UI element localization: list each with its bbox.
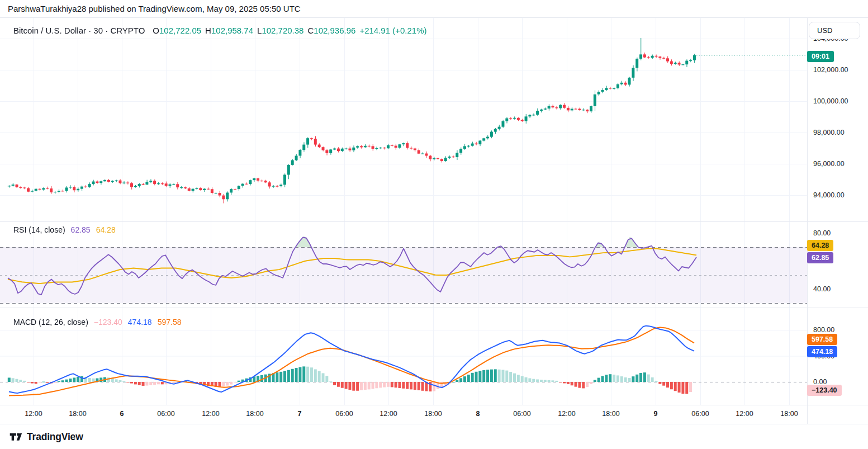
close-value: 102,936.96 xyxy=(314,26,355,35)
open-label: O xyxy=(153,26,159,35)
time-tick[interactable]: 06:00 xyxy=(513,410,530,418)
rsi-axis-label: 80.00 xyxy=(813,229,831,237)
open-value: 102,722.05 xyxy=(159,26,201,35)
time-tick[interactable]: 18:00 xyxy=(780,410,798,418)
published-attribution-line: ParshwaTurakhiya28 published on TradingV… xyxy=(8,4,301,13)
price-axis-label: 98,000.00 xyxy=(813,129,845,136)
tradingview-logo[interactable]: TradingView xyxy=(9,430,83,443)
macd-line-value-badge: 474.18 xyxy=(807,346,837,357)
time-tick[interactable]: 06:00 xyxy=(691,410,709,418)
rsi-pane-canvas[interactable] xyxy=(0,222,807,308)
time-tick[interactable]: 18:00 xyxy=(602,410,619,418)
time-tick-day[interactable]: 7 xyxy=(298,410,302,418)
bar-countdown-badge: 09:01 xyxy=(807,51,834,62)
time-tick[interactable]: 18:00 xyxy=(246,410,263,418)
price-pane-canvas[interactable] xyxy=(0,18,807,222)
time-tick[interactable]: 18:00 xyxy=(69,410,86,418)
pane-separator[interactable] xyxy=(0,221,868,222)
rsi-ma-value-badge: 64.28 xyxy=(807,240,833,251)
macd-legend[interactable]: MACD (12, 26, close)−123.40474.18597.58 xyxy=(13,318,181,327)
price-axis-label: 102,000.00 xyxy=(813,66,848,74)
price-axis-label: 96,000.00 xyxy=(813,160,845,168)
rsi-current-value: 62.85 xyxy=(71,225,91,234)
time-tick-day[interactable]: 6 xyxy=(120,410,124,418)
footer-bar: TradingView xyxy=(0,424,868,449)
tradingview-mark-icon xyxy=(9,430,22,443)
change-value: +214.91 (+0.21%) xyxy=(359,26,426,35)
macd-signal-value-badge: 597.58 xyxy=(807,334,837,345)
rsi-legend-title[interactable]: RSI (14, close) xyxy=(13,225,65,234)
time-tick-day[interactable]: 9 xyxy=(654,410,658,418)
macd-legend-title[interactable]: MACD (12, 26, close) xyxy=(13,318,88,327)
time-tick[interactable]: 18:00 xyxy=(424,410,442,418)
macd-axis-label: 800.00 xyxy=(813,326,834,334)
rsi-ma-current-value: 64.28 xyxy=(96,225,116,234)
time-tick[interactable]: 12:00 xyxy=(202,410,219,418)
macd-hist-current-value: −123.40 xyxy=(94,318,122,327)
tradingview-wordmark: TradingView xyxy=(27,431,83,443)
price-axis-label: 100,000.00 xyxy=(813,97,848,105)
time-tick[interactable]: 06:00 xyxy=(335,410,353,418)
tradingview-snapshot: ParshwaTurakhiya28 published on TradingV… xyxy=(0,0,868,449)
time-tick-day[interactable]: 8 xyxy=(476,410,480,418)
time-tick[interactable]: 12:00 xyxy=(25,410,42,418)
pane-separator[interactable] xyxy=(0,308,868,308)
high-label: H xyxy=(205,26,211,35)
price-axis-separator[interactable] xyxy=(807,18,808,424)
macd-hist-value-badge: −123.40 xyxy=(807,385,842,396)
symbol-title[interactable]: Bitcoin / U.S. Dollar · 30 · CRYPTO xyxy=(13,26,145,35)
symbol-legend[interactable]: Bitcoin / U.S. Dollar · 30 · CRYPTOO102,… xyxy=(13,26,426,35)
high-value: 102,958.74 xyxy=(211,26,253,35)
close-label: C xyxy=(307,26,314,35)
time-tick[interactable]: 12:00 xyxy=(736,410,753,418)
time-tick[interactable]: 06:00 xyxy=(157,410,174,418)
time-axis-separator xyxy=(0,405,868,405)
macd-signal-current-value: 597.58 xyxy=(158,318,182,327)
currency-label: USD xyxy=(817,26,832,35)
price-axis-label: 94,000.00 xyxy=(813,191,845,199)
rsi-value-badge: 62.85 xyxy=(807,252,833,263)
time-tick[interactable]: 12:00 xyxy=(558,410,575,418)
rsi-legend[interactable]: RSI (14, close)62.8564.28 xyxy=(13,225,116,234)
time-tick[interactable]: 12:00 xyxy=(380,410,397,418)
macd-line-current-value: 474.18 xyxy=(128,318,152,327)
rsi-axis-label: 40.00 xyxy=(813,285,831,293)
low-value: 102,720.38 xyxy=(262,26,303,35)
currency-toggle-button[interactable]: USD xyxy=(809,22,860,39)
